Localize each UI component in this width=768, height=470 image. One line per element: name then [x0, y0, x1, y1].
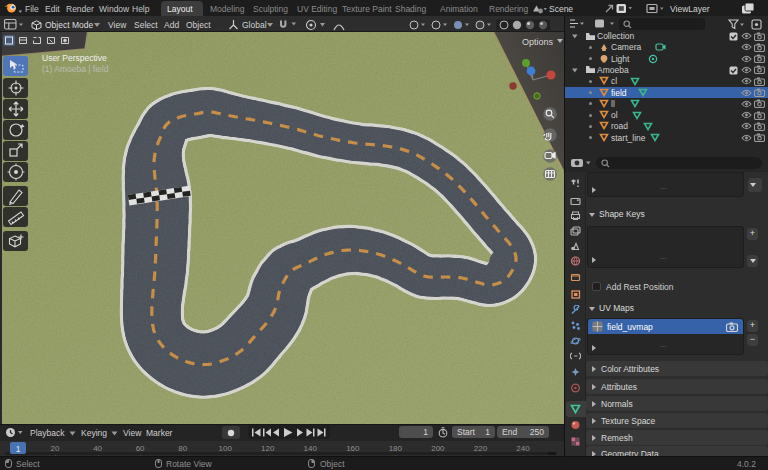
svg-text:(1) Amoeba | field: (1) Amoeba | field	[42, 64, 109, 74]
svg-text:Options: Options	[522, 37, 554, 47]
svg-text:User Perspective: User Perspective	[42, 53, 107, 63]
